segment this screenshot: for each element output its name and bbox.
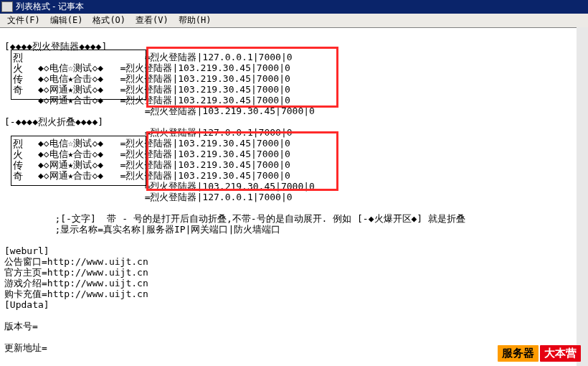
block1-item: ◆◇网通★合击◇◆ [38,95,103,105]
updata-section: [Updata] [4,299,49,310]
menubar: 文件(F) 编辑(E) 格式(O) 查看(V) 帮助(H) [0,14,588,28]
fold-header: [-◆◆◆◆烈火折叠◆◆◆◆] [4,116,103,127]
weburl-line: 官方主页=http://www.uijt.cn [4,267,148,278]
window-title: 列表格式 - 记事本 [16,1,84,13]
block2-row: =烈火登陆器|103.219.30.45|7000|0 [145,181,315,192]
block2-bottom-row: =烈火登陆器|127.0.0.1|7000|0 [145,192,293,202]
block1-top-row: =烈火登陆器|127.0.0.1|7000|0 [145,52,293,62]
notepad-content[interactable]: [◆◆◆◆烈火登陆器◆◆◆◆] =烈火登陆器|127.0.0.1|7000|0 … [0,28,588,353]
block1-row: =烈火登陆器|103.219.30.45|7000|0 [120,84,290,95]
block2-top-row: =烈火登陆器|127.0.0.1|7000|0 [145,127,293,138]
block2-row: =烈火登陆器|103.219.30.45|7000|0 [120,149,290,159]
badge-server: 服务器 [498,345,539,362]
block1-row: =烈火登陆器|103.219.30.45|7000|0 [120,95,290,105]
block2-row: =烈火登陆器|103.219.30.45|7000|0 [120,170,290,181]
weburl-section: [weburl] [4,245,49,256]
app-icon [1,1,13,12]
menu-help[interactable]: 帮助(H) [174,14,217,27]
weburl-line: 公告窗口=http://www.uijt.cn [4,256,148,267]
update-addr-line: 更新地址= [4,342,47,353]
menu-edit[interactable]: 编辑(E) [46,14,89,27]
comment-line: ;显示名称=真实名称|服务器IP|网关端口|防火墙端口 [54,224,280,235]
block2-item: ◆◇电信★合击◇◆ [38,149,103,159]
menu-file[interactable]: 文件(F) [3,14,46,27]
block2-item: ◆◇网通★合击◇◆ [38,170,103,181]
block1-item: ◆◇电信★合击◇◆ [38,73,103,84]
block2-item: ◆◇网通★测试◇◆ [38,159,103,170]
comment-line: ;[-文字] 带 - 号的是打开后自动折叠,不带-号的是自动展开. 例如 [-◆… [54,213,465,224]
block1-row: =烈火登陆器|103.219.30.45|7000|0 [120,73,290,84]
weburl-line: 购卡充值=http://www.uijt.cn [4,288,148,299]
block1-item: ◆◇电信☆测试◇◆ [38,62,103,73]
block1-header: [◆◆◆◆烈火登陆器◆◆◆◆] [4,41,107,52]
badge-camp: 大本营 [540,345,581,362]
block1-row: =烈火登陆器|103.219.30.45|7000|0 [145,105,315,116]
menu-view[interactable]: 查看(V) [131,14,174,27]
block2-row: =烈火登陆器|103.219.30.45|7000|0 [120,138,290,149]
block2-row: =烈火登陆器|103.219.30.45|7000|0 [120,159,290,170]
titlebar: 列表格式 - 记事本 [0,0,588,14]
version-line: 版本号= [4,321,38,332]
weburl-line: 游戏介绍=http://www.uijt.cn [4,278,148,288]
block1-item: ◆◇网通★测试◇◆ [38,84,103,95]
block2-item: ◆◇电信☆测试◇◆ [38,138,103,149]
vertical-scrollbar[interactable] [577,27,588,366]
block1-row: =烈火登陆器|103.219.30.45|7000|0 [120,62,290,73]
menu-format[interactable]: 格式(O) [88,14,131,27]
footer-badges: 服务器 大本营 [498,345,581,362]
